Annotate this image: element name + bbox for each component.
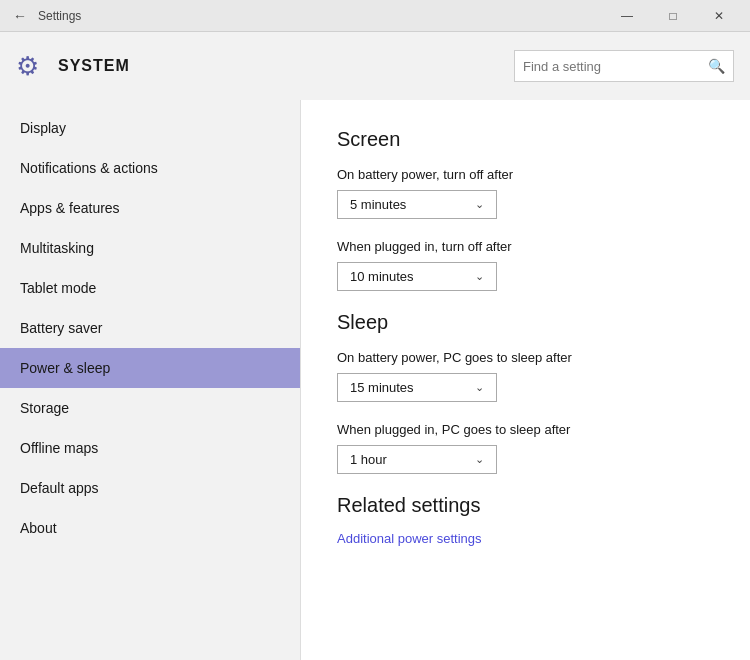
search-icon: 🔍 [700,58,733,74]
sidebar-item-power[interactable]: Power & sleep [0,348,300,388]
plugged-screen-dropdown[interactable]: 10 minutes ⌄ [337,262,497,291]
plugged-sleep-dropdown[interactable]: 1 hour ⌄ [337,445,497,474]
battery-sleep-dropdown[interactable]: 15 minutes ⌄ [337,373,497,402]
chevron-down-icon: ⌄ [475,270,484,283]
minimize-button[interactable]: — [604,0,650,32]
plugged-sleep-label: When plugged in, PC goes to sleep after [337,422,714,437]
app-body: ⚙ SYSTEM Display Notifications & actions… [0,32,750,660]
title-bar: ← Settings — □ ✕ [0,0,750,32]
chevron-down-icon: ⌄ [475,198,484,211]
search-input[interactable] [515,59,700,74]
battery-sleep-value: 15 minutes [350,380,414,395]
plugged-sleep-value: 1 hour [350,452,387,467]
sidebar-item-about[interactable]: About [0,508,300,548]
app-header: ⚙ SYSTEM [0,32,300,100]
search-header: 🔍 [300,32,750,100]
sidebar-item-battery[interactable]: Battery saver [0,308,300,348]
search-box[interactable]: 🔍 [514,50,734,82]
sidebar: Display Notifications & actions Apps & f… [0,100,300,548]
battery-screen-value: 5 minutes [350,197,406,212]
back-button[interactable]: ← [8,4,32,28]
related-section-title: Related settings [337,494,714,517]
content-area: Screen On battery power, turn off after … [300,100,750,660]
additional-power-link[interactable]: Additional power settings [337,531,482,546]
system-icon: ⚙ [16,50,48,82]
battery-screen-dropdown[interactable]: 5 minutes ⌄ [337,190,497,219]
battery-sleep-label: On battery power, PC goes to sleep after [337,350,714,365]
sidebar-item-multitasking[interactable]: Multitasking [0,228,300,268]
sidebar-item-default-apps[interactable]: Default apps [0,468,300,508]
sleep-section-title: Sleep [337,311,714,334]
right-area: 🔍 Screen On battery power, turn off afte… [300,32,750,660]
window-title: Settings [38,9,81,23]
sidebar-item-storage[interactable]: Storage [0,388,300,428]
screen-section-title: Screen [337,128,714,151]
chevron-down-icon: ⌄ [475,453,484,466]
plugged-screen-value: 10 minutes [350,269,414,284]
sidebar-item-notifications[interactable]: Notifications & actions [0,148,300,188]
chevron-down-icon: ⌄ [475,381,484,394]
battery-screen-label: On battery power, turn off after [337,167,714,182]
plugged-screen-label: When plugged in, turn off after [337,239,714,254]
window-controls: — □ ✕ [604,0,742,32]
sidebar-item-offline-maps[interactable]: Offline maps [0,428,300,468]
sidebar-item-tablet[interactable]: Tablet mode [0,268,300,308]
sidebar-item-apps[interactable]: Apps & features [0,188,300,228]
maximize-button[interactable]: □ [650,0,696,32]
close-button[interactable]: ✕ [696,0,742,32]
sidebar-item-display[interactable]: Display [0,108,300,148]
system-title: SYSTEM [58,57,130,75]
